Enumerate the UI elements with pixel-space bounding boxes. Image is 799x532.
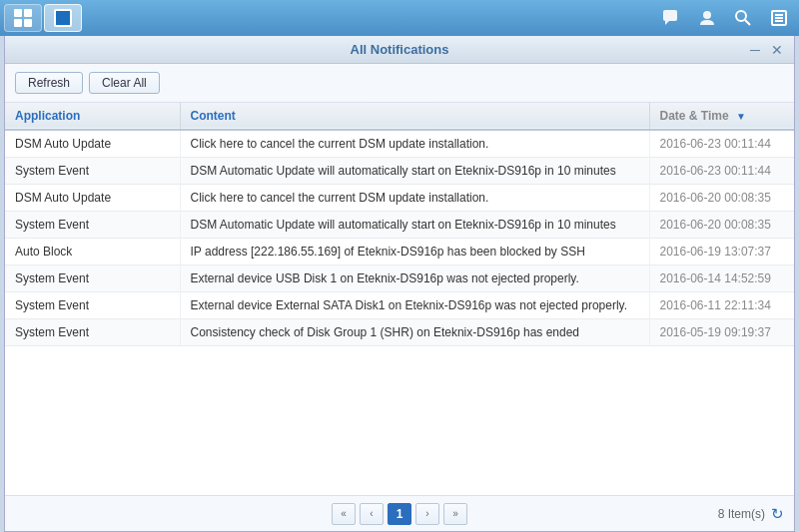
cell-content: IP address [222.186.55.169] of Eteknix-D…	[180, 239, 649, 266]
pagination-refresh-btn[interactable]: ↻	[771, 505, 784, 523]
col-header-content-label: Content	[191, 109, 236, 123]
notifications-window: All Notifications ─ ✕ Refresh Clear All …	[4, 36, 795, 532]
next-page-btn[interactable]: ›	[415, 503, 439, 525]
cell-application: DSM Auto Update	[5, 185, 180, 212]
page-controls: « ‹ 1 › »	[332, 503, 467, 525]
grid-view-btn[interactable]	[4, 4, 42, 32]
col-header-application-label: Application	[15, 109, 80, 123]
minimize-btn[interactable]: ─	[746, 41, 764, 59]
cell-application: Auto Block	[5, 239, 180, 266]
cell-application: System Event	[5, 212, 180, 239]
col-header-application[interactable]: Application	[5, 103, 180, 130]
search-btn[interactable]	[727, 4, 759, 32]
pagination-right: 8 Item(s) ↻	[718, 505, 784, 523]
cell-datetime: 2016-05-19 09:19:37	[649, 319, 794, 346]
cell-content: External device USB Disk 1 on Eteknix-DS…	[180, 266, 649, 292]
notifications-table-container[interactable]: Application Content Date & Time ▼ DSM Au…	[5, 103, 794, 495]
pagination-bar: « ‹ 1 › » 8 Item(s) ↻	[5, 495, 794, 531]
svg-rect-0	[663, 10, 677, 21]
doc-view-btn[interactable]	[44, 4, 82, 32]
svg-point-2	[703, 11, 711, 19]
last-page-btn[interactable]: »	[443, 503, 467, 525]
cell-content: Click here to cancel the current DSM upd…	[180, 185, 649, 212]
cell-application: DSM Auto Update	[5, 130, 180, 158]
svg-marker-1	[665, 21, 669, 25]
item-count-label: 8 Item(s)	[718, 507, 765, 521]
chat-btn[interactable]	[655, 4, 687, 32]
window-controls: ─ ✕	[746, 41, 786, 59]
menu-btn[interactable]	[763, 4, 795, 32]
current-page-num[interactable]: 1	[388, 503, 411, 525]
table-header-row: Application Content Date & Time ▼	[5, 103, 794, 130]
cell-application: System Event	[5, 292, 180, 319]
table-row: System EventDSM Automatic Update will au…	[5, 158, 794, 185]
refresh-button[interactable]: Refresh	[15, 72, 83, 94]
clear-all-button[interactable]: Clear All	[89, 72, 160, 94]
table-row: DSM Auto UpdateClick here to cancel the …	[5, 130, 794, 158]
window-titlebar: All Notifications ─ ✕	[5, 36, 794, 64]
cell-application: System Event	[5, 266, 180, 292]
cell-content: External device External SATA Disk1 on E…	[180, 292, 649, 319]
cell-datetime: 2016-06-23 00:11:44	[649, 130, 794, 158]
cell-application: System Event	[5, 158, 180, 185]
table-row: DSM Auto UpdateClick here to cancel the …	[5, 185, 794, 212]
table-row: System EventDSM Automatic Update will au…	[5, 212, 794, 239]
col-header-datetime-label: Date & Time	[660, 109, 729, 123]
taskbar-right	[655, 4, 795, 32]
toolbar: Refresh Clear All	[5, 64, 794, 103]
cell-content: Consistency check of Disk Group 1 (SHR) …	[180, 319, 649, 346]
cell-content: Click here to cancel the current DSM upd…	[180, 130, 649, 158]
cell-content: DSM Automatic Update will automatically …	[180, 158, 649, 185]
table-row: System EventConsistency check of Disk Gr…	[5, 319, 794, 346]
table-row: Auto BlockIP address [222.186.55.169] of…	[5, 239, 794, 266]
cell-datetime: 2016-06-11 22:11:34	[649, 292, 794, 319]
table-row: System EventExternal device External SAT…	[5, 292, 794, 319]
table-body: DSM Auto UpdateClick here to cancel the …	[5, 130, 794, 346]
cell-datetime: 2016-06-14 14:52:59	[649, 266, 794, 292]
svg-line-4	[745, 20, 750, 25]
cell-datetime: 2016-06-20 00:08:35	[649, 185, 794, 212]
cell-application: System Event	[5, 319, 180, 346]
col-header-content[interactable]: Content	[180, 103, 649, 130]
col-header-datetime[interactable]: Date & Time ▼	[649, 103, 794, 130]
svg-point-3	[736, 11, 746, 21]
cell-datetime: 2016-06-19 13:07:37	[649, 239, 794, 266]
prev-page-btn[interactable]: ‹	[360, 503, 384, 525]
table-row: System EventExternal device USB Disk 1 o…	[5, 266, 794, 292]
close-btn[interactable]: ✕	[768, 41, 786, 59]
cell-content: DSM Automatic Update will automatically …	[180, 212, 649, 239]
cell-datetime: 2016-06-20 00:08:35	[649, 212, 794, 239]
sort-arrow-icon: ▼	[736, 111, 746, 122]
taskbar	[0, 0, 799, 36]
window-title: All Notifications	[351, 42, 449, 57]
first-page-btn[interactable]: «	[332, 503, 356, 525]
user-btn[interactable]	[691, 4, 723, 32]
cell-datetime: 2016-06-23 00:11:44	[649, 158, 794, 185]
notifications-table: Application Content Date & Time ▼ DSM Au…	[5, 103, 794, 346]
